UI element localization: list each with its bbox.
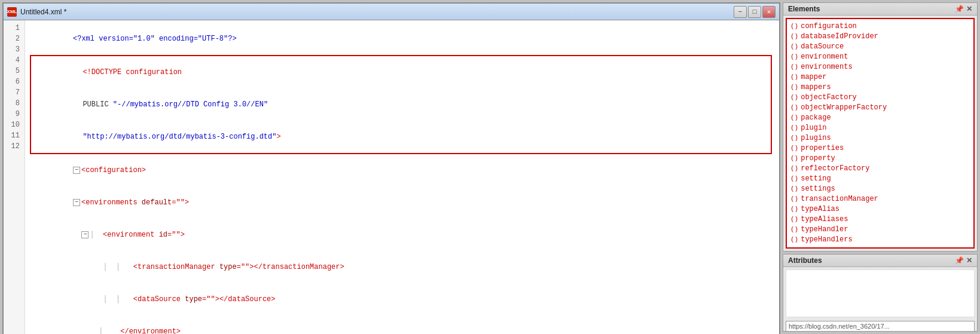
close-attr-icon[interactable]: ✕ <box>966 256 972 265</box>
element-reflectorFactory[interactable]: () reflectorFactory <box>790 164 970 174</box>
line-num-3: 3 <box>6 44 20 55</box>
pin-attr-icon[interactable]: 📌 <box>955 256 964 265</box>
code-line-7: −│ <environment id=""> <box>30 219 774 251</box>
element-property[interactable]: () property <box>790 154 970 164</box>
code-line-2: <!DOCTYPE configuration <box>31 56 771 88</box>
fold-icon-6[interactable]: − <box>73 199 80 206</box>
line-num-12: 12 <box>6 141 20 152</box>
element-mappers[interactable]: () mappers <box>790 82 970 93</box>
attributes-section: Attributes 📌 ✕ https://blog.csdn.net/en_… <box>783 254 978 332</box>
line-num-2: 2 <box>6 33 20 44</box>
close-panel-icon[interactable]: ✕ <box>966 5 972 13</box>
element-dataSource[interactable]: () dataSource <box>790 42 970 52</box>
element-settings[interactable]: () settings <box>790 184 970 194</box>
attributes-title: Attributes <box>788 256 822 265</box>
line-num-8: 8 <box>6 98 20 109</box>
editor-area: 1 2 3 4 5 6 7 8 9 10 11 12 <?xml version… <box>4 20 779 334</box>
attributes-header: Attributes 📌 ✕ <box>783 255 977 267</box>
window-controls: − □ ✕ <box>734 6 776 18</box>
code-line-9: │ │ <dataSource type=""></dataSource> <box>30 283 774 315</box>
elements-header: Elements 📌 ✕ <box>783 3 977 16</box>
element-setting[interactable]: () setting <box>790 174 970 184</box>
close-button[interactable]: ✕ <box>762 6 776 18</box>
code-line-10: │ </environment> <box>30 315 774 334</box>
elements-list[interactable]: () configuration () databaseIdProvider (… <box>786 18 975 249</box>
url-bar[interactable]: https://blog.csdn.net/en_3620/17... <box>786 321 975 332</box>
element-typeAlias[interactable]: () typeAlias <box>790 204 970 215</box>
element-typeHandlers[interactable]: () typeHandlers <box>790 235 970 245</box>
element-package[interactable]: () package <box>790 113 970 123</box>
title-bar: XML Untitled4.xml * − □ ✕ <box>4 4 779 20</box>
code-editor[interactable]: <?xml version="1.0" encoding="UTF-8"?> <… <box>25 20 779 334</box>
element-databaseIdProvider[interactable]: () databaseIdProvider <box>790 32 970 42</box>
fold-icon-7[interactable]: − <box>81 231 88 238</box>
line-num-1: 1 <box>6 23 20 33</box>
line-numbers: 1 2 3 4 5 6 7 8 9 10 11 12 <box>4 20 25 334</box>
code-line-8: │ │ <transactionManager type=""></transa… <box>30 251 774 283</box>
right-panel: Elements 📌 ✕ () configuration () databas… <box>783 0 980 334</box>
element-typeAliases[interactable]: () typeAliases <box>790 215 970 225</box>
fold-icon-5[interactable]: − <box>73 167 80 174</box>
elements-actions: 📌 ✕ <box>955 5 972 13</box>
code-line-6: −<environments default=""> <box>30 186 774 219</box>
element-properties[interactable]: () properties <box>790 143 970 154</box>
element-configuration[interactable]: () configuration <box>790 22 970 32</box>
code-line-4: "http://mybatis.org/dtd/mybatis-3-config… <box>31 121 771 153</box>
code-line-3: PUBLIC "-//mybatis.org//DTD Config 3.0//… <box>31 88 771 121</box>
elements-section: Elements 📌 ✕ () configuration () databas… <box>783 2 978 252</box>
element-transactionManager[interactable]: () transactionManager <box>790 194 970 204</box>
line-num-10: 10 <box>6 119 20 130</box>
doctype-block: <!DOCTYPE configuration PUBLIC "-//mybat… <box>30 55 772 154</box>
attributes-actions: 📌 ✕ <box>955 256 972 265</box>
pin-icon[interactable]: 📌 <box>955 5 964 13</box>
window-title: Untitled4.xml * <box>20 8 730 16</box>
element-mapper[interactable]: () mapper <box>790 72 970 82</box>
element-typeHandler[interactable]: () typeHandler <box>790 225 970 235</box>
element-objectFactory[interactable]: () objectFactory <box>790 93 970 103</box>
attributes-content <box>786 269 975 317</box>
line-num-9: 9 <box>6 109 20 119</box>
element-environment[interactable]: () environment <box>790 52 970 62</box>
maximize-button[interactable]: □ <box>748 6 761 18</box>
line-num-6: 6 <box>6 76 20 87</box>
line-num-11: 11 <box>6 130 20 141</box>
element-plugins[interactable]: () plugins <box>790 133 970 143</box>
line-num-5: 5 <box>6 66 20 76</box>
code-line-5: −<configuration> <box>30 154 774 186</box>
line-num-7: 7 <box>6 87 20 98</box>
app-icon: XML <box>7 7 17 17</box>
line-num-4: 4 <box>6 55 20 66</box>
element-objectWrapperFactory[interactable]: () objectWrapperFactory <box>790 103 970 113</box>
minimize-button[interactable]: − <box>734 6 747 18</box>
elements-title: Elements <box>788 5 820 13</box>
element-environments[interactable]: () environments <box>790 62 970 72</box>
element-plugin[interactable]: () plugin <box>790 123 970 133</box>
code-line-1: <?xml version="1.0" encoding="UTF-8"?> <box>30 23 774 55</box>
